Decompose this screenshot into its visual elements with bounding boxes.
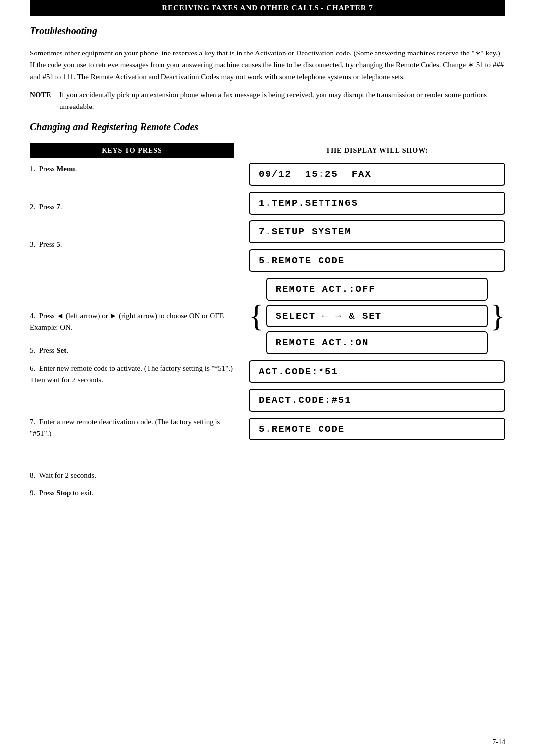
steps-list: 1. Press Menu. 2. Press 7. 3. Press 5. 4… xyxy=(30,163,234,499)
arrow-group: { REMOTE ACT.:OFF SELECT ← → & SET REMOT… xyxy=(249,278,505,354)
step-8: 8. Wait for 2 seconds. xyxy=(30,469,234,481)
display-box-6: SELECT ← → & SET xyxy=(266,305,488,327)
step-2: 2. Press 7. xyxy=(30,201,234,213)
section-divider-1 xyxy=(30,40,505,40)
step-7: 7. Enter a new remote deactivation code.… xyxy=(30,416,234,439)
chapter-header: RECEIVING FAXES AND OTHER CALLS - CHAPTE… xyxy=(30,0,505,16)
troubleshooting-section: Troubleshooting Sometimes other equipmen… xyxy=(30,25,505,112)
page-footer: 7-14 xyxy=(492,738,505,746)
troubleshooting-paragraph: Sometimes other equipment on your phone … xyxy=(30,47,505,83)
display-box-1: 09/12 15:25 FAX xyxy=(249,163,505,186)
page-number: 7-14 xyxy=(492,738,505,746)
keys-header: KEYS TO PRESS xyxy=(30,143,234,158)
display-box-10: 5.REMOTE CODE xyxy=(249,418,505,440)
display-header: THE DISPLAY WILL SHOW: xyxy=(249,143,505,158)
display-box-3: 7.SETUP SYSTEM xyxy=(249,220,505,243)
display-box-4: 5.REMOTE CODE xyxy=(249,249,505,272)
step-1: 1. Press Menu. xyxy=(30,163,234,175)
two-column-layout: KEYS TO PRESS 1. Press Menu. 2. Press 7.… xyxy=(30,143,505,504)
step-5: 5. Press Set. xyxy=(30,344,234,356)
footer-divider xyxy=(30,519,505,519)
note-label: NOTE xyxy=(30,89,54,112)
left-column: KEYS TO PRESS 1. Press Menu. 2. Press 7.… xyxy=(30,143,244,504)
changing-title: Changing and Registering Remote Codes xyxy=(30,121,505,133)
display-box-2: 1.TEMP.SETTINGS xyxy=(249,192,505,215)
page-container: RECEIVING FAXES AND OTHER CALLS - CHAPTE… xyxy=(0,0,535,756)
bracketed-boxes: REMOTE ACT.:OFF SELECT ← → & SET REMOTE … xyxy=(266,278,488,354)
changing-section: Changing and Registering Remote Codes KE… xyxy=(30,121,505,504)
right-column: THE DISPLAY WILL SHOW: 09/12 15:25 FAX 1… xyxy=(244,143,505,504)
step-3: 3. Press 5. xyxy=(30,238,234,250)
step-4: 4. Press ◄ (left arrow) or ► (right arro… xyxy=(30,310,234,333)
display-box-7: REMOTE ACT.:ON xyxy=(266,331,488,354)
note-block: NOTE If you accidentally pick up an exte… xyxy=(30,89,505,112)
troubleshooting-title: Troubleshooting xyxy=(30,25,505,37)
step-9: 9. Press Stop to exit. xyxy=(30,487,234,499)
note-text: If you accidentally pick up an extension… xyxy=(59,89,505,112)
step-6: 6. Enter new remote code to activate. (T… xyxy=(30,362,234,386)
display-box-5: REMOTE ACT.:OFF xyxy=(266,278,488,301)
header-text: RECEIVING FAXES AND OTHER CALLS - CHAPTE… xyxy=(162,4,373,12)
display-box-9: DEACT.CODE:#51 xyxy=(249,389,505,412)
display-box-8: ACT.CODE:*51 xyxy=(249,360,505,383)
right-curly-bracket: } xyxy=(490,300,505,332)
section-divider-2 xyxy=(30,136,505,136)
left-curly-bracket: { xyxy=(249,300,264,332)
